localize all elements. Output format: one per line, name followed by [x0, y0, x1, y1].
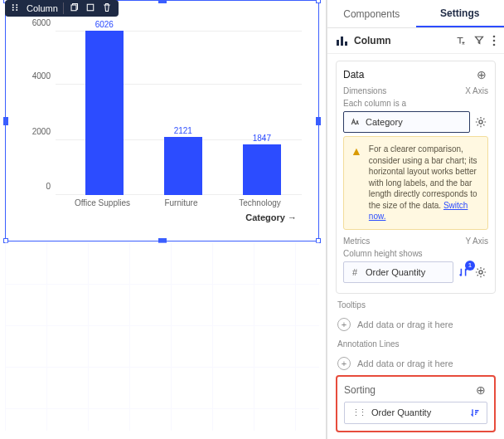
- svg-point-11: [493, 36, 496, 38]
- resize-handle-right[interactable]: [316, 117, 321, 125]
- bar[interactable]: [164, 137, 202, 195]
- bar[interactable]: [243, 144, 281, 195]
- viz-type-label: Column: [354, 35, 391, 46]
- metrics-label: Metrics: [343, 237, 370, 246]
- warning-icon: ▲: [351, 144, 362, 222]
- chart-suggestion-hint: ▲ For a clearer comparison, consider usi…: [343, 136, 488, 230]
- drag-handle-icon[interactable]: [351, 407, 365, 418]
- widget-type-label: Column: [27, 3, 58, 13]
- y-tick: 0: [46, 182, 51, 191]
- data-section: Data ⊕ Dimensions X Axis Each column is …: [336, 61, 496, 294]
- copy-icon[interactable]: [69, 2, 80, 14]
- svg-rect-6: [71, 5, 76, 11]
- add-icon: +: [337, 318, 351, 331]
- dimension-chip[interactable]: Category: [343, 111, 470, 133]
- chart-area: 0 2000 4000 6000 6026 2121 1847 Office S…: [14, 17, 310, 224]
- tooltips-title: Tooltips: [337, 300, 366, 310]
- sort-direction-icon[interactable]: [470, 407, 480, 417]
- add-data-icon[interactable]: ⊕: [475, 68, 488, 81]
- resize-handle-left[interactable]: [3, 117, 8, 125]
- dimension-settings-icon[interactable]: [473, 115, 488, 129]
- tooltips-dropzone[interactable]: + Add data or drag it here: [336, 313, 496, 336]
- dimensions-label: Dimensions: [343, 86, 386, 95]
- badge-count: 1: [465, 261, 475, 271]
- text-style-icon[interactable]: [454, 35, 466, 46]
- bar-value-label: 6026: [75, 20, 133, 29]
- metric-chip[interactable]: # Order Quantity: [343, 261, 453, 283]
- svg-point-14: [479, 120, 482, 124]
- more-icon[interactable]: [492, 35, 496, 46]
- svg-point-4: [12, 9, 14, 11]
- dimensions-axis-label: X Axis: [465, 86, 488, 95]
- add-sort-icon[interactable]: ⊕: [474, 383, 487, 397]
- column-height-label: Column height shows: [343, 249, 488, 258]
- panel-tabs: Components Settings: [327, 0, 504, 28]
- add-icon: +: [337, 357, 351, 370]
- bar[interactable]: [85, 31, 124, 195]
- resize-corner-tr[interactable]: [316, 0, 321, 3]
- svg-point-15: [479, 270, 482, 273]
- sort-field-label: Order Quantity: [371, 407, 431, 417]
- canvas-grid: [5, 242, 319, 431]
- x-tick: Office Supplies: [61, 198, 143, 207]
- bar-value-label: 1847: [233, 134, 291, 143]
- x-tick: Technology: [219, 198, 302, 207]
- drag-handle-icon[interactable]: [10, 2, 22, 14]
- svg-rect-9: [341, 37, 343, 46]
- svg-rect-8: [337, 40, 339, 46]
- metric-settings-icon[interactable]: [473, 265, 488, 280]
- svg-point-12: [493, 40, 496, 42]
- svg-rect-7: [87, 4, 94, 11]
- x-tick: Furniture: [139, 198, 222, 207]
- svg-point-13: [493, 44, 496, 46]
- svg-point-1: [16, 4, 17, 6]
- y-tick: 6000: [32, 18, 51, 27]
- svg-point-5: [16, 9, 17, 11]
- sorting-title: Sorting: [344, 384, 376, 396]
- svg-point-3: [16, 7, 17, 8]
- bar-value-label: 2121: [154, 126, 212, 135]
- settings-panel: Components Settings Column Data ⊕ Dimens…: [327, 0, 504, 439]
- column-chart-icon: [336, 35, 349, 46]
- svg-point-0: [12, 4, 14, 6]
- svg-rect-10: [345, 41, 347, 46]
- text-type-icon: [349, 116, 361, 128]
- viz-type-header: Column: [327, 28, 504, 54]
- annotation-placeholder: Add data or drag it here: [357, 359, 453, 368]
- tooltips-placeholder: Add data or drag it here: [357, 319, 453, 329]
- metric-swap-button[interactable]: 1: [457, 266, 470, 279]
- delete-icon[interactable]: [102, 2, 114, 14]
- annotation-title: Annotation Lines: [337, 339, 400, 349]
- tab-settings[interactable]: Settings: [416, 0, 505, 27]
- y-tick: 2000: [32, 126, 51, 135]
- metrics-axis-label: Y Axis: [465, 237, 488, 246]
- chart-selection-frame[interactable]: 0 2000 4000 6000 6026 2121 1847 Office S…: [5, 0, 319, 241]
- duplicate-icon[interactable]: [85, 2, 97, 14]
- annotation-dropzone[interactable]: + Add data or drag it here: [336, 352, 496, 375]
- sorting-section: Sorting ⊕ Order Quantity: [336, 375, 496, 432]
- widget-toolbar[interactable]: Column: [5, 0, 119, 17]
- each-column-label: Each column is a: [343, 99, 488, 108]
- number-type-icon: #: [349, 266, 361, 278]
- y-tick: 4000: [32, 71, 51, 80]
- canvas[interactable]: Order Quantity 0 2000 4000 6000 6026: [0, 0, 327, 439]
- resize-handle-top[interactable]: [158, 0, 167, 3]
- filter-icon[interactable]: [474, 35, 484, 46]
- tab-components[interactable]: Components: [327, 0, 416, 27]
- sort-field-chip[interactable]: Order Quantity: [344, 402, 487, 424]
- x-axis-title: Category →: [245, 212, 297, 222]
- svg-point-2: [12, 7, 14, 8]
- dimension-value: Category: [366, 117, 403, 127]
- metric-value: Order Quantity: [366, 267, 425, 277]
- plot-area: 0 2000 4000 6000 6026 2121 1847 Office S…: [56, 17, 302, 195]
- section-title-data: Data: [343, 69, 364, 80]
